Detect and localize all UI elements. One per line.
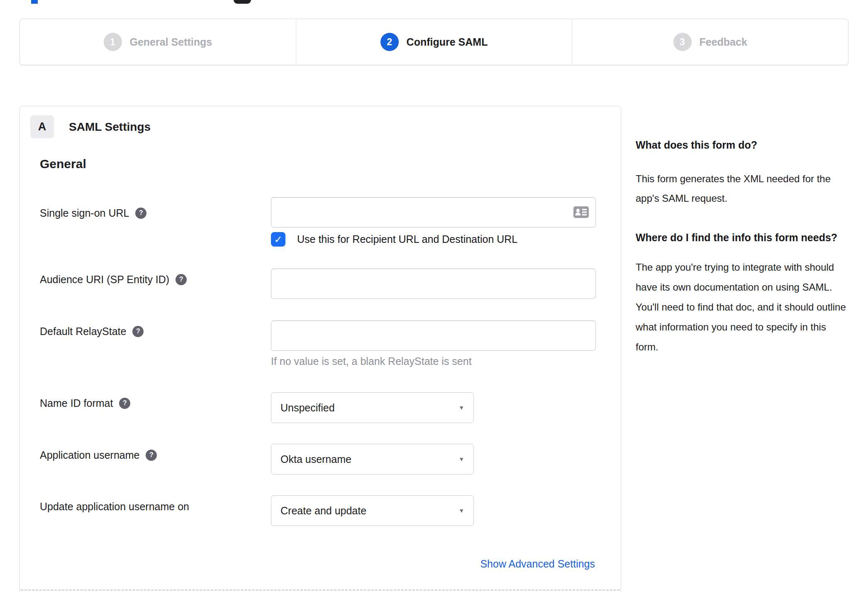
step-3-number: 3	[680, 37, 685, 48]
app-username-select[interactable]: Okta username ▼	[271, 444, 474, 475]
contact-card-autofill-icon[interactable]	[573, 206, 589, 218]
update-username-select[interactable]: Create and update ▼	[271, 495, 474, 526]
sso-url-label: Single sign-on URL	[40, 207, 129, 219]
help-sidebar: What does this form do? This form genera…	[636, 137, 846, 357]
app-username-label: Application username	[40, 449, 139, 461]
audience-uri-label: Audience URI (SP Entity ID)	[40, 274, 169, 286]
panel-title: SAML Settings	[69, 120, 151, 134]
sso-url-input[interactable]	[271, 197, 596, 228]
step-2-circle: 2	[380, 33, 399, 51]
sidebar-question-1: What does this form do?	[636, 137, 846, 153]
step-2-label: Configure SAML	[407, 36, 488, 48]
wizard-stepper: 1 General Settings 2 Configure SAML 3 Fe…	[20, 19, 848, 65]
update-username-label: Update application username on	[40, 501, 189, 513]
step-3-circle: 3	[673, 33, 692, 51]
recipient-destination-checkbox[interactable]: ✓	[271, 232, 285, 247]
sso-url-label-row: Single sign-on URL ?	[40, 206, 146, 220]
relaystate-help-icon[interactable]: ?	[132, 326, 144, 337]
name-id-format-help-icon[interactable]: ?	[119, 398, 130, 409]
saml-settings-panel: A SAML Settings General Single sign-on U…	[20, 106, 621, 592]
section-dashed-divider	[21, 590, 620, 591]
cutoff-dark-icon	[234, 0, 251, 4]
sidebar-question-2: Where do I find the info this form needs…	[636, 230, 846, 246]
relaystate-hint: If no value is set, a blank RelayState i…	[271, 355, 472, 367]
name-id-format-label-row: Name ID format ?	[40, 396, 130, 410]
app-username-help-icon[interactable]: ?	[146, 450, 157, 461]
chevron-down-icon: ▼	[458, 404, 464, 411]
step-3-label: Feedback	[700, 36, 747, 48]
step-1-label: General Settings	[130, 36, 212, 48]
step-2-number: 2	[387, 37, 392, 48]
section-a-badge: A	[30, 115, 54, 138]
checkmark-icon: ✓	[274, 235, 282, 245]
relaystate-label: Default RelayState	[40, 325, 126, 338]
sso-recipient-checkbox-row: ✓ Use this for Recipient URL and Destina…	[271, 232, 517, 247]
general-section-heading: General	[40, 157, 86, 171]
sidebar-answer-1: This form generates the XML needed for t…	[636, 169, 846, 208]
step-1-number: 1	[110, 37, 115, 48]
step-general-settings[interactable]: 1 General Settings	[20, 19, 296, 65]
step-configure-saml[interactable]: 2 Configure SAML	[296, 19, 572, 65]
sidebar-answer-2: The app you're trying to integrate with …	[636, 257, 846, 357]
app-username-label-row: Application username ?	[40, 448, 157, 462]
audience-uri-help-icon[interactable]: ?	[176, 274, 187, 285]
relaystate-label-row: Default RelayState ?	[40, 325, 144, 338]
relaystate-input[interactable]	[271, 320, 596, 351]
chevron-down-icon: ▼	[458, 507, 464, 514]
chevron-down-icon: ▼	[458, 456, 464, 462]
update-username-label-row: Update application username on	[40, 500, 189, 513]
recipient-destination-checkbox-label: Use this for Recipient URL and Destinati…	[297, 233, 517, 245]
audience-uri-label-row: Audience URI (SP Entity ID) ?	[40, 273, 187, 286]
name-id-format-label: Name ID format	[40, 397, 113, 409]
sso-url-help-icon[interactable]: ?	[135, 208, 146, 219]
update-username-value: Create and update	[280, 505, 366, 517]
show-advanced-settings-link[interactable]: Show Advanced Settings	[480, 558, 595, 570]
app-username-value: Okta username	[280, 453, 351, 465]
name-id-format-select[interactable]: Unspecified ▼	[271, 392, 474, 423]
step-feedback[interactable]: 3 Feedback	[572, 19, 848, 65]
cutoff-blue-decoration	[31, 0, 38, 4]
step-1-circle: 1	[104, 33, 122, 51]
audience-uri-input[interactable]	[271, 269, 596, 299]
name-id-format-value: Unspecified	[280, 402, 335, 414]
